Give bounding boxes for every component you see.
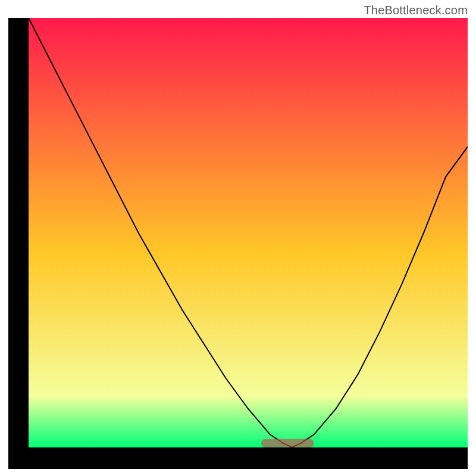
plot-frame [8,18,468,469]
optimal-range-marker [261,439,314,447]
watermark-text: TheBottleneck.com [364,4,468,17]
chart-container: TheBottleneck.com [0,0,476,476]
gradient-background [29,18,468,447]
plot-inner [29,18,468,447]
bottleneck-curve-chart [29,18,468,447]
